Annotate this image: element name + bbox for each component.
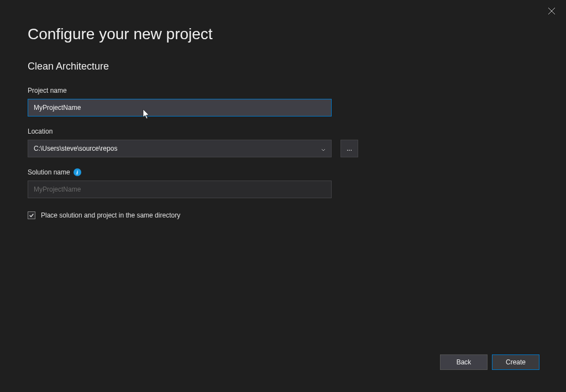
check-icon xyxy=(29,213,34,218)
location-dropdown[interactable]: C:\Users\steve\source\repos xyxy=(28,140,332,157)
back-button[interactable]: Back xyxy=(440,354,488,370)
browse-button[interactable]: ... xyxy=(340,140,358,157)
same-directory-checkbox[interactable] xyxy=(28,211,35,219)
create-button-label: Create xyxy=(506,358,526,366)
close-icon xyxy=(547,7,556,15)
chevron-down-icon xyxy=(321,146,326,151)
page-title: Configure your new project xyxy=(28,25,538,43)
project-name-input[interactable] xyxy=(28,99,332,116)
solution-name-label-text: Solution name xyxy=(28,168,70,176)
project-name-label: Project name xyxy=(28,87,538,94)
solution-name-label: Solution name i xyxy=(28,168,538,176)
same-directory-label: Place solution and project in the same d… xyxy=(41,211,180,219)
template-name: Clean Architecture xyxy=(28,61,538,72)
location-value: C:\Users\steve\source\repos xyxy=(34,145,117,152)
create-button[interactable]: Create xyxy=(492,354,539,370)
browse-label: ... xyxy=(347,145,352,152)
location-label: Location xyxy=(28,128,538,135)
info-icon[interactable]: i xyxy=(74,168,81,176)
solution-name-input xyxy=(28,181,332,198)
back-button-label: Back xyxy=(457,358,471,366)
close-button[interactable] xyxy=(547,7,556,15)
